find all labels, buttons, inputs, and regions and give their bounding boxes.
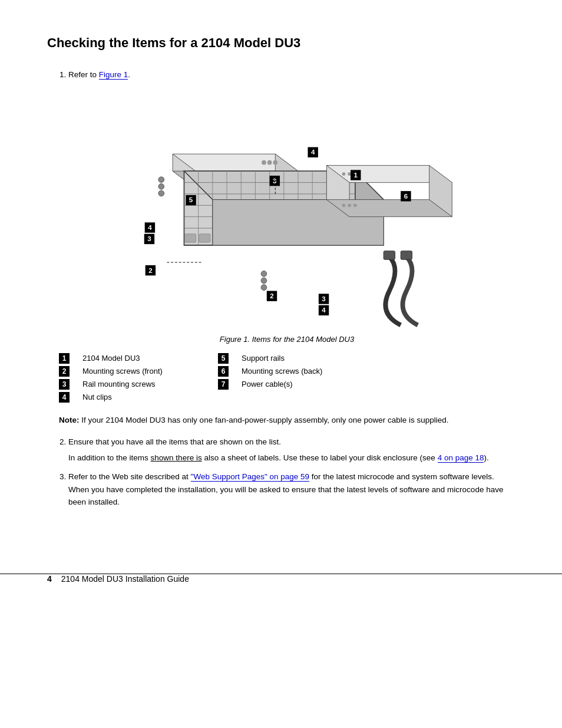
- step-1: Refer to Figure 1.: [68, 68, 515, 81]
- svg-rect-52: [401, 251, 412, 259]
- svg-text:3: 3: [322, 294, 326, 302]
- svg-point-5: [267, 160, 272, 164]
- svg-text:6: 6: [404, 192, 408, 199]
- note-text: If your 2104 Model DU3 has only one fan-…: [81, 416, 448, 424]
- note-block: Note: If your 2104 Model DU3 has only on…: [59, 414, 503, 426]
- page-18-link[interactable]: 4 on page 18: [438, 453, 484, 463]
- legend-label-2: Mounting screws (front): [82, 367, 212, 375]
- svg-point-6: [273, 160, 277, 164]
- svg-point-45: [342, 172, 346, 176]
- svg-text:5: 5: [189, 196, 193, 203]
- legend-num-3: 3: [59, 379, 70, 390]
- legend-label-5: Support rails: [242, 354, 371, 363]
- svg-text:2: 2: [148, 266, 152, 274]
- svg-rect-51: [384, 251, 395, 259]
- svg-text:2: 2: [270, 292, 273, 299]
- svg-point-58: [261, 284, 267, 290]
- step-3: Refer to the Web site described at "Web …: [68, 470, 515, 509]
- footer-page-number: 4: [47, 574, 52, 584]
- step-2: Ensure that you have all the items that …: [68, 436, 515, 465]
- svg-text:4: 4: [148, 223, 152, 231]
- figure-caption: Figure 1. Items for the 2104 Model DU3: [59, 335, 515, 344]
- svg-point-4: [262, 160, 266, 164]
- svg-point-50: [353, 203, 357, 207]
- figure-1-link[interactable]: Figure 1: [99, 70, 128, 80]
- svg-text:4: 4: [311, 148, 315, 156]
- svg-rect-28: [184, 233, 196, 242]
- step-3-text: Refer to the Web site described at "Web …: [68, 472, 503, 506]
- svg-point-48: [342, 203, 346, 207]
- legend-label-7: Power cable(s): [242, 380, 371, 388]
- svg-text:3: 3: [273, 176, 277, 184]
- svg-point-57: [261, 278, 267, 284]
- web-support-link[interactable]: "Web Support Pages" on page 59: [191, 472, 309, 482]
- legend-label-4: Nut clips: [82, 393, 212, 401]
- svg-point-55: [158, 190, 164, 196]
- legend-table: 1 2104 Model DU3 5 Support rails 2 Mount…: [59, 353, 503, 403]
- step-1-text: Refer to: [68, 70, 99, 79]
- svg-point-49: [348, 203, 351, 207]
- legend-num-5: 5: [218, 353, 229, 364]
- figure-container: 1 2 2 3 3 3 3 4 4: [47, 93, 515, 329]
- note-label: Note:: [59, 416, 80, 424]
- steps-2-3-list: Ensure that you have all the items that …: [47, 436, 515, 509]
- page-content: Checking the Items for a 2104 Model DU3 …: [0, 0, 562, 550]
- svg-point-56: [261, 271, 267, 276]
- svg-text:4: 4: [322, 306, 326, 314]
- legend-num-7: 7: [218, 379, 229, 390]
- svg-rect-29: [199, 233, 210, 242]
- legend-num-4: 4: [59, 392, 70, 403]
- step-2-sub: In addition to the items shown there is …: [68, 452, 515, 465]
- legend-label-6: Mounting screws (back): [242, 367, 371, 375]
- figure-diagram: 1 2 2 3 3 3 3 4 4: [104, 93, 458, 329]
- main-steps-list: Refer to Figure 1.: [47, 68, 515, 81]
- page-footer: 4 2104 Model DU3 Installation Guide: [0, 574, 562, 595]
- svg-text:3: 3: [147, 235, 151, 242]
- svg-point-54: [158, 183, 164, 189]
- footer-guide-title: 2104 Model DU3 Installation Guide: [61, 574, 189, 584]
- page-title: Checking the Items for a 2104 Model DU3: [47, 35, 515, 51]
- legend-label-1: 2104 Model DU3: [82, 354, 212, 363]
- svg-point-53: [158, 177, 164, 183]
- svg-text:1: 1: [354, 170, 358, 178]
- legend-num-2: 2: [59, 366, 70, 377]
- step-2-text: Ensure that you have all the items that …: [68, 437, 281, 446]
- legend-num-1: 1: [59, 353, 70, 364]
- legend-num-6: 6: [218, 366, 229, 377]
- legend-label-3: Rail mounting screws: [82, 380, 212, 388]
